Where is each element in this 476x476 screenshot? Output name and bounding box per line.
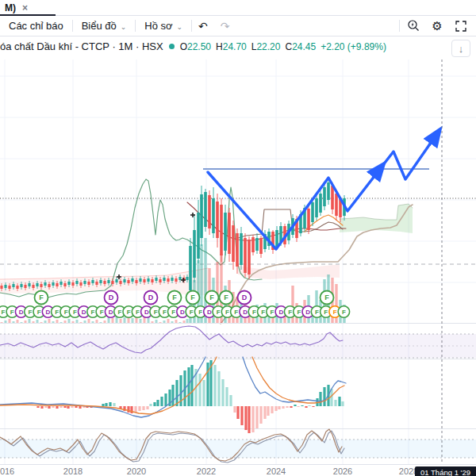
close-icon[interactable]: ×: [22, 2, 28, 13]
price-chart-canvas[interactable]: FFDFFDFFFDFFDFFFDFFFDFFDFFFDFFFDFFDFFFFF…: [0, 0, 476, 476]
svg-text:F: F: [28, 309, 32, 316]
svg-text:D: D: [242, 294, 248, 301]
main-toolbar: Các chỉ báo Biểu đồ ⌄ Hồ sơ ⌄ ↶ ↷ ⚙: [0, 16, 476, 36]
change-value: +2.20 (+9.89%): [321, 41, 386, 52]
svg-text:F: F: [198, 309, 202, 316]
svg-text:F: F: [288, 309, 292, 316]
svg-text:F: F: [91, 309, 95, 316]
tab-strip: M) ×: [0, 0, 476, 16]
high-label: H: [216, 41, 223, 52]
svg-text:D: D: [144, 309, 149, 316]
chevron-down-icon: ⌄: [121, 23, 127, 31]
open-label: O: [180, 41, 187, 52]
svg-text:D: D: [82, 309, 86, 316]
profile-menu-label: Hồ sơ: [144, 20, 172, 32]
svg-text:F: F: [127, 309, 131, 316]
svg-text:F: F: [190, 309, 194, 316]
svg-text:F: F: [342, 309, 346, 316]
time-axis[interactable]: 2016201820202022202420262028: [0, 464, 476, 476]
svg-text:D: D: [109, 294, 114, 301]
svg-text:F: F: [10, 309, 14, 316]
crosshair-date-tooltip: 01 Tháng 1 '29: [415, 466, 476, 476]
crosshair-date-text: 01 Tháng 1 '29: [420, 468, 470, 476]
svg-text:D: D: [19, 309, 24, 316]
year-label: 2016: [0, 466, 14, 476]
svg-text:F: F: [136, 309, 140, 316]
svg-text:F: F: [64, 309, 68, 316]
search-flash-icon: [407, 19, 420, 33]
svg-text:F: F: [172, 294, 177, 301]
symbol-title: óa chất Dầu khí - CTCP · 1M · HSX: [0, 40, 163, 52]
svg-text:F: F: [163, 309, 167, 316]
svg-text:D: D: [207, 309, 212, 316]
svg-text:D: D: [278, 309, 283, 316]
svg-text:F: F: [297, 309, 301, 316]
undo-button[interactable]: ↶: [192, 20, 214, 33]
svg-text:F: F: [2, 309, 6, 316]
toolbar-divider: [399, 20, 400, 32]
indicators-label: Các chỉ báo: [9, 20, 63, 32]
svg-text:F: F: [324, 294, 329, 301]
svg-text:F: F: [224, 294, 228, 301]
open-value: 22.50: [187, 41, 211, 52]
redo-button[interactable]: ↷: [214, 20, 236, 33]
settings-button[interactable]: ⚙: [427, 17, 447, 35]
market-status-dot: [169, 44, 175, 49]
svg-text:D: D: [109, 309, 113, 316]
svg-text:F: F: [315, 309, 319, 316]
ohlc-values: O22.50 H24.70 L22.20 C24.45 +2.20 (+9.89…: [180, 41, 386, 52]
svg-text:F: F: [39, 294, 44, 301]
svg-text:D: D: [46, 309, 51, 316]
indicators-button[interactable]: Các chỉ báo: [0, 17, 72, 35]
svg-text:F: F: [73, 309, 77, 316]
svg-text:D: D: [148, 294, 154, 301]
chevron-down-icon: ⌄: [177, 23, 183, 31]
fullscreen-button[interactable]: [451, 17, 471, 35]
chart-tab-label: M): [5, 2, 16, 13]
low-value: 22.20: [256, 41, 280, 52]
svg-text:F: F: [217, 309, 221, 316]
svg-text:F: F: [225, 309, 229, 316]
year-label: 2020: [127, 466, 146, 476]
high-value: 24.70: [223, 41, 247, 52]
svg-text:F: F: [117, 309, 121, 316]
chart-tab[interactable]: M) ×: [0, 0, 36, 16]
svg-text:F: F: [261, 309, 265, 316]
year-label: 2026: [333, 466, 352, 476]
svg-text:F: F: [324, 309, 328, 316]
svg-text:F: F: [154, 309, 158, 316]
quick-search-button[interactable]: [403, 17, 424, 35]
close-label: C: [285, 41, 292, 52]
year-label: 2024: [267, 466, 286, 476]
fullscreen-icon: [455, 21, 466, 32]
trading-app: FFDFFDFFFDFFDFFFDFFFDFFDFFFDFFFDFFDFFFFF…: [0, 0, 476, 476]
svg-text:D: D: [305, 309, 310, 316]
download-arrow-icon: ↓: [459, 43, 464, 55]
svg-text:F: F: [209, 294, 214, 301]
svg-text:F: F: [190, 294, 195, 301]
svg-text:F: F: [171, 309, 175, 316]
symbol-legend: óa chất Dầu khí - CTCP · 1M · HSX O22.50…: [0, 40, 386, 52]
svg-text:D: D: [180, 309, 185, 316]
svg-text:D: D: [243, 309, 248, 316]
profile-menu-button[interactable]: Hồ sơ ⌄: [136, 17, 191, 35]
year-label: 2022: [197, 466, 216, 476]
chart-menu-button[interactable]: Biểu đồ ⌄: [73, 17, 136, 35]
svg-text:F: F: [252, 309, 256, 316]
year-label: 2018: [63, 466, 83, 476]
chart-menu-label: Biểu đồ: [82, 20, 117, 32]
close-value: 24.45: [292, 41, 316, 52]
svg-text:F: F: [37, 309, 41, 316]
svg-text:F: F: [55, 309, 59, 316]
svg-text:F: F: [100, 309, 104, 316]
download-button[interactable]: ↓: [451, 40, 470, 57]
svg-text:F: F: [271, 309, 274, 316]
svg-text:F: F: [333, 309, 337, 316]
gear-icon: ⚙: [432, 19, 442, 33]
svg-text:F: F: [234, 309, 238, 316]
